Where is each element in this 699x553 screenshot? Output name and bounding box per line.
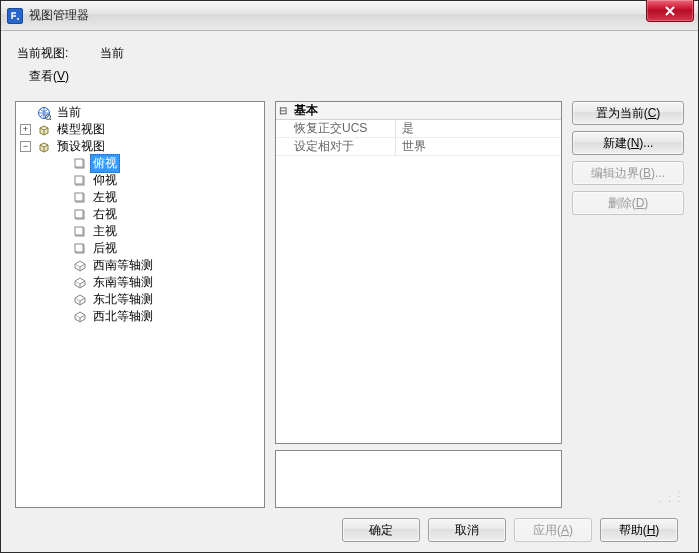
tree-item[interactable]: 左视 [16, 189, 264, 206]
svg-rect-6 [75, 176, 83, 184]
property-row[interactable]: 恢复正交UCS是 [276, 120, 561, 138]
iso-icon [72, 275, 88, 291]
toggle-plus[interactable]: + [20, 124, 31, 135]
set-current-button[interactable]: 置为当前(C) [572, 101, 684, 125]
side-buttons: 置为当前(C) 新建(N)... 编辑边界(B)... 删除(D) [572, 101, 684, 508]
tree-item[interactable]: 东南等轴测 [16, 274, 264, 291]
cancel-button[interactable]: 取消 [428, 518, 506, 542]
ortho-icon [72, 190, 88, 206]
property-row[interactable]: 设定相对于世界 [276, 138, 561, 156]
current-view-row: 当前视图: 当前 [1, 31, 698, 66]
cube-icon [36, 139, 52, 155]
ortho-icon [72, 173, 88, 189]
tree-item[interactable]: +模型视图 [16, 121, 264, 138]
tree-item[interactable]: 右视 [16, 206, 264, 223]
tree-item[interactable]: 当前 [16, 104, 264, 121]
app-icon [7, 8, 23, 24]
collapse-icon[interactable]: ⊟ [276, 105, 290, 116]
tree-item[interactable]: 主视 [16, 223, 264, 240]
property-category-row[interactable]: ⊟ 基本 [276, 102, 561, 120]
close-button[interactable] [646, 0, 694, 22]
iso-icon [72, 292, 88, 308]
svg-rect-10 [75, 210, 83, 218]
svg-rect-14 [75, 244, 83, 252]
properties-pane: ⊟ 基本 恢复正交UCS是设定相对于世界 [275, 101, 562, 508]
cube-icon [36, 122, 52, 138]
tree-item[interactable]: 西北等轴测 [16, 308, 264, 325]
footer: 确定 取消 应用(A) 帮助(H) [1, 508, 698, 552]
delete-button: 删除(D) [572, 191, 684, 215]
window: 视图管理器 当前视图: 当前 查看(V) 当前+模型视图−预设视图俯视仰视左视右… [0, 0, 699, 553]
apply-button: 应用(A) [514, 518, 592, 542]
property-key: 设定相对于 [276, 138, 396, 155]
ortho-icon [72, 241, 88, 257]
iso-icon [72, 309, 88, 325]
window-title: 视图管理器 [29, 7, 89, 24]
tree[interactable]: 当前+模型视图−预设视图俯视仰视左视右视主视后视西南等轴测东南等轴测东北等轴测西… [15, 101, 265, 508]
current-view-value: 当前 [100, 45, 124, 62]
tree-item[interactable]: 仰视 [16, 172, 264, 189]
svg-rect-8 [75, 193, 83, 201]
tree-item[interactable]: 俯视 [16, 155, 264, 172]
help-button[interactable]: 帮助(H) [600, 518, 678, 542]
client-area: 当前视图: 当前 查看(V) 当前+模型视图−预设视图俯视仰视左视右视主视后视西… [1, 31, 698, 552]
titlebar[interactable]: 视图管理器 [1, 1, 698, 31]
ok-button[interactable]: 确定 [342, 518, 420, 542]
property-value[interactable]: 是 [396, 120, 561, 137]
view-menu[interactable]: 查看(V) [1, 66, 698, 93]
edit-bounds-button: 编辑边界(B)... [572, 161, 684, 185]
tree-item[interactable]: 东北等轴测 [16, 291, 264, 308]
toggle-minus[interactable]: − [20, 141, 31, 152]
property-key: 恢复正交UCS [276, 120, 396, 137]
globe-icon [36, 105, 52, 121]
property-value[interactable]: 世界 [396, 138, 561, 155]
ortho-icon [72, 207, 88, 223]
property-grid[interactable]: ⊟ 基本 恢复正交UCS是设定相对于世界 [275, 101, 562, 444]
svg-rect-12 [75, 227, 83, 235]
property-description [275, 450, 562, 508]
ortho-icon [72, 224, 88, 240]
tree-item[interactable]: −预设视图 [16, 138, 264, 155]
new-button[interactable]: 新建(N)... [572, 131, 684, 155]
tree-item-label: 西北等轴测 [90, 307, 156, 326]
tree-item[interactable]: 西南等轴测 [16, 257, 264, 274]
svg-point-0 [17, 18, 19, 20]
svg-rect-4 [75, 159, 83, 167]
tree-item[interactable]: 后视 [16, 240, 264, 257]
iso-icon [72, 258, 88, 274]
current-view-label: 当前视图: [17, 45, 97, 62]
property-category-label: 基本 [290, 102, 318, 119]
ortho-icon [72, 156, 88, 172]
main-area: 当前+模型视图−预设视图俯视仰视左视右视主视后视西南等轴测东南等轴测东北等轴测西… [15, 101, 684, 508]
